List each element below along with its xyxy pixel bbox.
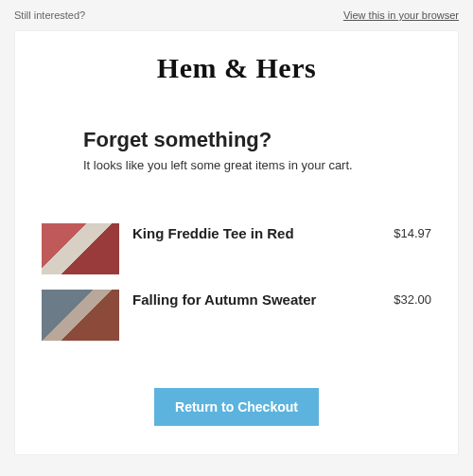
view-in-browser-link[interactable]: View this in your browser [343, 9, 459, 21]
brand-logo-text: Hem & Hers [42, 48, 431, 128]
product-price: $14.97 [394, 223, 431, 240]
email-body: Hem & Hers Forget something? It looks li… [14, 30, 459, 455]
product-title: Falling for Autumn Sweater [132, 290, 380, 308]
return-to-checkout-button[interactable]: Return to Checkout [154, 388, 319, 426]
product-title: King Freddie Tee in Red [132, 223, 380, 241]
cart-item: Falling for Autumn Sweater $32.00 [42, 290, 431, 341]
subheadline: It looks like you left some great items … [83, 158, 431, 172]
preheader: Still interested? View this in your brow… [14, 8, 459, 30]
cart-items: King Freddie Tee in Red $14.97 Falling f… [42, 223, 431, 341]
preheader-left: Still interested? [14, 9, 85, 21]
headline: Forget something? [83, 128, 431, 152]
product-thumbnail [42, 290, 119, 341]
product-price: $32.00 [394, 290, 431, 307]
cart-item: King Freddie Tee in Red $14.97 [42, 223, 431, 274]
product-thumbnail [42, 223, 119, 274]
